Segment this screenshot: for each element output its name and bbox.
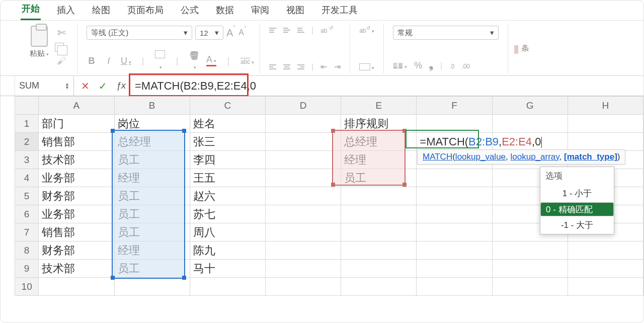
- row-header[interactable]: 7: [15, 223, 39, 241]
- cell[interactable]: [492, 115, 568, 133]
- cell[interactable]: 员工: [114, 151, 190, 169]
- align-left-button[interactable]: [269, 64, 276, 69]
- tab-data[interactable]: 数据: [215, 0, 235, 20]
- col-header-F[interactable]: F: [417, 97, 492, 115]
- cell[interactable]: 业务部: [39, 169, 114, 187]
- tab-review[interactable]: 审阅: [250, 0, 270, 20]
- tab-home[interactable]: 开始: [21, 0, 41, 20]
- tooltip-fn-link[interactable]: MATCH: [423, 152, 452, 162]
- align-center-button[interactable]: [283, 64, 290, 69]
- autocomplete-option[interactable]: 0 - 精确匹配: [540, 202, 614, 216]
- cell[interactable]: 业务部: [39, 205, 114, 223]
- cell[interactable]: 陈九: [190, 241, 265, 260]
- row-header[interactable]: 6: [15, 205, 39, 223]
- wrap-text-button[interactable]: [359, 26, 374, 35]
- cell[interactable]: [492, 260, 568, 278]
- cell[interactable]: [417, 115, 492, 133]
- increase-indent-button[interactable]: [334, 62, 341, 71]
- cell[interactable]: [265, 115, 341, 133]
- cell[interactable]: 技术部: [39, 260, 114, 278]
- align-top-button[interactable]: [269, 28, 276, 33]
- decrease-decimal-button[interactable]: [461, 61, 470, 70]
- cell[interactable]: 技术部: [39, 151, 114, 169]
- cell[interactable]: [492, 278, 568, 296]
- fill-color-button[interactable]: [189, 50, 199, 71]
- merge-dropdown[interactable]: [370, 62, 374, 71]
- cancel-edit-button[interactable]: ✕: [81, 80, 90, 92]
- tooltip-arg2[interactable]: lookup_array: [511, 152, 559, 162]
- row-header[interactable]: 2: [15, 133, 39, 151]
- row-header[interactable]: 9: [15, 260, 39, 278]
- fx-button[interactable]: ƒx: [116, 80, 126, 91]
- font-color-button[interactable]: A: [206, 56, 216, 66]
- cell[interactable]: [265, 151, 341, 169]
- align-bottom-button[interactable]: [297, 28, 304, 33]
- font-size-select[interactable]: 12▾: [195, 26, 223, 40]
- cell[interactable]: 赵六: [190, 187, 265, 205]
- col-header-A[interactable]: A: [39, 97, 114, 115]
- cell[interactable]: 经理: [114, 241, 190, 260]
- row-header[interactable]: 5: [15, 187, 39, 205]
- col-header-D[interactable]: D: [265, 97, 341, 115]
- cell[interactable]: [265, 278, 341, 296]
- name-box[interactable]: SUM ▲▼: [15, 76, 74, 96]
- orientation-button[interactable]: [320, 26, 333, 35]
- cell[interactable]: [417, 205, 492, 223]
- cell[interactable]: [341, 241, 417, 260]
- cell[interactable]: 财务部: [39, 241, 114, 260]
- cell[interactable]: [265, 133, 341, 151]
- cell[interactable]: [417, 187, 492, 205]
- cell[interactable]: 李四: [190, 151, 265, 169]
- row-header[interactable]: 3: [15, 151, 39, 169]
- cell[interactable]: 员工: [114, 223, 190, 241]
- col-header-B[interactable]: B: [114, 97, 190, 115]
- cell[interactable]: [568, 278, 643, 296]
- italic-button[interactable]: I: [104, 56, 114, 66]
- active-cell[interactable]: =MATCH(B2:B9,E2:E4,0: [417, 133, 492, 151]
- cell[interactable]: 岗位: [114, 115, 190, 133]
- name-box-spinner[interactable]: ▲▼: [65, 83, 69, 90]
- cell[interactable]: [568, 133, 643, 151]
- tab-insert[interactable]: 插入: [56, 0, 76, 20]
- cell[interactable]: [417, 223, 492, 241]
- enter-edit-button[interactable]: ✓: [99, 80, 107, 92]
- cell[interactable]: 王五: [190, 169, 265, 187]
- cell[interactable]: 经理: [114, 169, 190, 187]
- decrease-indent-button[interactable]: [320, 62, 327, 71]
- grow-font-button[interactable]: A˄: [226, 27, 235, 39]
- tooltip-arg3[interactable]: [match_type]: [564, 152, 617, 162]
- cell[interactable]: [341, 278, 417, 296]
- cut-button[interactable]: [55, 27, 68, 39]
- cell[interactable]: [341, 205, 417, 223]
- cell[interactable]: 销售部: [39, 133, 114, 151]
- cell[interactable]: 张三: [190, 133, 265, 151]
- cell[interactable]: 财务部: [39, 187, 114, 205]
- cell[interactable]: [568, 241, 643, 260]
- cell[interactable]: 苏七: [190, 205, 265, 223]
- cell[interactable]: 总经理: [341, 133, 417, 151]
- cell[interactable]: [417, 278, 492, 296]
- border-dropdown[interactable]: [155, 61, 165, 71]
- percent-button[interactable]: [414, 60, 422, 71]
- currency-button[interactable]: [393, 61, 407, 70]
- col-header-G[interactable]: G: [492, 97, 568, 115]
- row-header[interactable]: 8: [15, 241, 39, 260]
- paste-button[interactable]: 粘贴: [30, 49, 49, 58]
- select-all-corner[interactable]: [15, 97, 39, 115]
- tab-draw[interactable]: 绘图: [91, 0, 111, 20]
- cell[interactable]: [568, 115, 643, 133]
- merge-button[interactable]: [359, 63, 370, 70]
- cell[interactable]: [265, 260, 341, 278]
- cell[interactable]: 马十: [190, 260, 265, 278]
- cell[interactable]: [190, 278, 265, 296]
- cell[interactable]: [341, 223, 417, 241]
- cell[interactable]: [341, 260, 417, 278]
- cell[interactable]: [265, 187, 341, 205]
- align-middle-button[interactable]: [283, 28, 290, 33]
- row-header[interactable]: 10: [15, 278, 39, 296]
- cell[interactable]: [265, 223, 341, 241]
- col-header-C[interactable]: C: [190, 97, 265, 115]
- cell[interactable]: 员工: [114, 187, 190, 205]
- increase-decimal-button[interactable]: [449, 61, 454, 70]
- cell[interactable]: 员工: [341, 169, 417, 187]
